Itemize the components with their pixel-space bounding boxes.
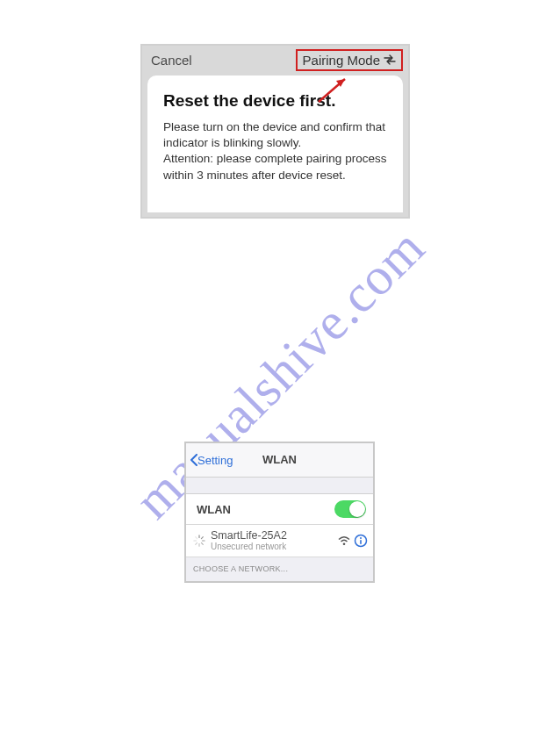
reset-device-screenshot: Cancel Pairing Mode Reset the device fir…	[140, 44, 410, 219]
network-info: SmartLife-25A2 Unsecured network	[211, 530, 338, 552]
svg-line-3	[201, 537, 203, 539]
nav-bar: WLAN Setting	[186, 443, 373, 478]
svg-line-9	[196, 537, 197, 539]
body-line: Attention: please complete pairing proce…	[163, 152, 386, 165]
svg-rect-13	[360, 540, 362, 544]
section-spacer	[186, 478, 373, 494]
back-label: Setting	[197, 454, 233, 467]
network-icons	[338, 534, 368, 548]
svg-point-10	[343, 542, 346, 545]
connected-network-row[interactable]: SmartLife-25A2 Unsecured network	[186, 525, 373, 557]
network-subtitle: Unsecured network	[211, 542, 338, 551]
network-name: SmartLife-25A2	[211, 530, 338, 542]
nav-bar: Cancel Pairing Mode	[142, 46, 408, 74]
wlan-label: WLAN	[197, 503, 231, 516]
card-title: Reset the device first.	[163, 91, 387, 111]
body-line: Please turn on the device and confirm th…	[163, 120, 385, 133]
back-button[interactable]: Setting	[190, 443, 233, 477]
svg-line-7	[196, 542, 197, 544]
body-line: within 3 minutes after device reset.	[163, 169, 346, 182]
cancel-button[interactable]: Cancel	[151, 53, 192, 68]
card-body: Please turn on the device and confirm th…	[163, 119, 387, 183]
pairing-mode-label: Pairing Mode	[303, 53, 380, 68]
instruction-card: Reset the device first. Please turn on t…	[147, 75, 403, 212]
wlan-toggle[interactable]	[334, 500, 366, 518]
choose-network-header: CHOOSE A NETWORK...	[186, 557, 373, 573]
swap-icon	[384, 54, 396, 65]
wlan-settings-screenshot: WLAN Setting WLAN SmartLife-25	[184, 442, 375, 583]
pairing-mode-button[interactable]: Pairing Mode	[296, 49, 403, 71]
svg-point-12	[360, 537, 362, 539]
svg-line-5	[201, 542, 203, 544]
info-icon[interactable]	[354, 534, 368, 548]
body-line: indicator is blinking slowly.	[163, 136, 301, 149]
wifi-icon	[338, 536, 350, 546]
wlan-toggle-row[interactable]: WLAN	[186, 494, 373, 525]
spinner-icon	[193, 535, 205, 547]
